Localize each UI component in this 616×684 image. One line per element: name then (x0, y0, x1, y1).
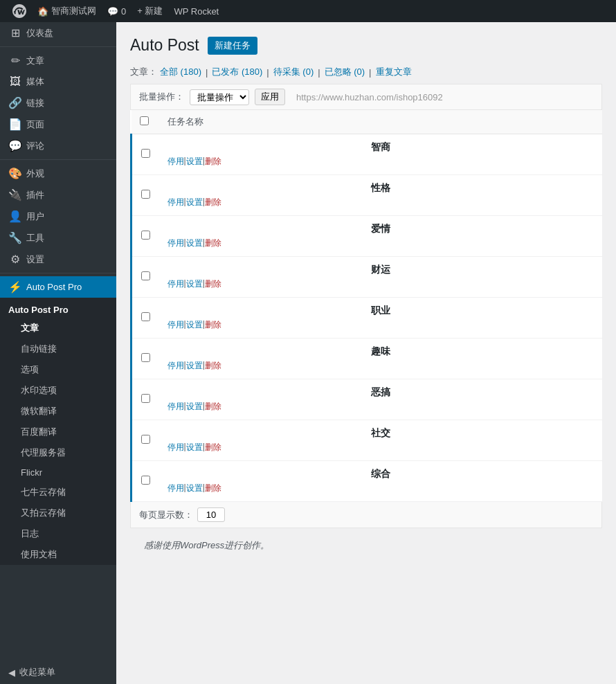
table-row: 恶搞 停用 | 设置 | 删除 (132, 379, 603, 420)
table-row: 职业 停用 | 设置 | 删除 (132, 298, 603, 339)
sidebar-submenu-item-baidutranslate[interactable]: 百度翻译 (0, 422, 116, 442)
sidebar-submenu-item-qiniu[interactable]: 七牛云存储 (0, 482, 116, 503)
sidebar-submenu-item-autolink[interactable]: 自动链接 (0, 339, 116, 359)
sidebar-submenu-item-mstranslate[interactable]: 微软翻译 (0, 401, 116, 422)
row-checkbox-3[interactable] (141, 271, 150, 280)
row-checkbox-2[interactable] (141, 231, 150, 240)
row-checkbox-8[interactable] (141, 476, 150, 485)
sidebar-item-posts[interactable]: ✏ 文章 (0, 50, 116, 71)
row-actions-4: 停用 | 设置 | 删除 (167, 319, 595, 331)
new-task-button[interactable]: 新建任务 (208, 37, 257, 55)
url-hint: https://www.huzhan.com/ishop16092 (296, 92, 443, 102)
sidebar-divider-1 (0, 46, 116, 47)
row-delete-5[interactable]: 删除 (205, 360, 221, 372)
sidebar-submenu-item-options[interactable]: 选项 (0, 359, 116, 380)
site-name-item[interactable]: 🏠 智商测试网 (32, 0, 102, 22)
submenu-autolink-label: 自动链接 (21, 343, 57, 355)
sidebar-item-dashboard[interactable]: ⊞ 仪表盘 (0, 22, 116, 44)
row-actions-7: 停用 | 设置 | 删除 (167, 442, 595, 453)
sidebar-submenu-item-watermark[interactable]: 水印选项 (0, 380, 116, 401)
collapse-menu-btn[interactable]: ◀ 收起菜单 (0, 660, 116, 684)
row-settings-0[interactable]: 设置 (186, 156, 203, 168)
row-stop-6[interactable]: 停用 (167, 401, 184, 413)
sidebar-item-settings[interactable]: ⚙ 设置 (0, 249, 116, 270)
sidebar-submenu-item-flickr[interactable]: Flickr (0, 463, 116, 482)
row-stop-1[interactable]: 停用 (167, 197, 184, 208)
pagination-input[interactable] (197, 507, 225, 522)
filter-ignored[interactable]: 已忽略 (0) (325, 66, 365, 78)
wp-rocket-item[interactable]: WP Rocket (168, 0, 224, 22)
row-checkbox-0[interactable] (141, 149, 150, 158)
select-all-checkbox[interactable] (140, 116, 149, 125)
row-task-name-3: 财运 (167, 264, 595, 276)
table-row: 性格 停用 | 设置 | 删除 (132, 175, 603, 216)
row-checkbox-7[interactable] (141, 435, 150, 444)
site-name: 智商测试网 (51, 5, 96, 17)
dashboard-icon: ⊞ (8, 26, 22, 39)
row-checkbox-6[interactable] (141, 394, 150, 403)
row-delete-7[interactable]: 删除 (205, 442, 221, 453)
row-settings-3[interactable]: 设置 (186, 278, 203, 290)
row-delete-0[interactable]: 删除 (205, 156, 221, 168)
wp-logo-item[interactable] (7, 0, 32, 22)
filter-sep-2: | (265, 67, 270, 78)
row-settings-7[interactable]: 设置 (186, 442, 203, 453)
sidebar-item-tools[interactable]: 🔧 工具 (0, 227, 116, 249)
filter-duplicate[interactable]: 重复文章 (376, 66, 412, 78)
header-name-label: 任务名称 (167, 116, 203, 127)
row-checkbox-5[interactable] (141, 353, 150, 362)
row-settings-4[interactable]: 设置 (186, 319, 203, 331)
filter-published[interactable]: 已发布 (180) (212, 66, 262, 78)
task-table: 任务名称 智商 停用 | 设置 | 删除 性格 (130, 110, 602, 502)
sidebar-item-links[interactable]: 🔗 链接 (0, 92, 116, 114)
row-delete-1[interactable]: 删除 (205, 197, 221, 208)
new-item[interactable]: + 新建 (132, 0, 168, 22)
row-checkbox-4[interactable] (141, 312, 150, 321)
sidebar-submenu-item-docs[interactable]: 使用文档 (0, 544, 116, 565)
sidebar-item-media[interactable]: 🖼 媒体 (0, 71, 116, 92)
sidebar-item-autopost[interactable]: ⚡ Auto Post Pro (0, 276, 116, 298)
row-delete-2[interactable]: 删除 (205, 237, 221, 249)
row-checkbox-cell-4 (132, 298, 159, 339)
home-icon: 🏠 (37, 6, 48, 17)
row-settings-6[interactable]: 设置 (186, 401, 203, 413)
filter-sep-4: | (368, 67, 372, 78)
row-stop-4[interactable]: 停用 (167, 319, 184, 331)
sidebar-label-plugins: 插件 (26, 189, 44, 201)
sidebar-submenu-item-posts[interactable]: 文章 (0, 318, 116, 339)
row-stop-8[interactable]: 停用 (167, 483, 184, 494)
row-settings-2[interactable]: 设置 (186, 237, 203, 249)
row-stop-2[interactable]: 停用 (167, 237, 184, 249)
filter-pending[interactable]: 待采集 (0) (273, 66, 314, 78)
sidebar-item-plugins[interactable]: 🔌 插件 (0, 184, 116, 206)
row-name-cell-3: 财运 停用 | 设置 | 删除 (159, 257, 603, 298)
sidebar-item-appearance[interactable]: 🎨 外观 (0, 163, 116, 184)
filter-all[interactable]: 全部 (180) (160, 66, 201, 78)
row-stop-3[interactable]: 停用 (167, 278, 184, 290)
sidebar-item-users[interactable]: 👤 用户 (0, 206, 116, 227)
row-settings-5[interactable]: 设置 (186, 360, 203, 372)
row-delete-6[interactable]: 删除 (205, 401, 221, 413)
sidebar-item-pages[interactable]: 📄 页面 (0, 114, 116, 135)
pagination-label: 每页显示数： (139, 509, 193, 521)
row-stop-0[interactable]: 停用 (167, 156, 184, 168)
plugins-icon: 🔌 (8, 188, 22, 201)
bulk-apply-button[interactable]: 应用 (255, 89, 285, 105)
row-delete-4[interactable]: 删除 (205, 319, 221, 331)
row-delete-8[interactable]: 删除 (205, 483, 221, 494)
row-task-name-0: 智商 (167, 141, 595, 154)
row-checkbox-1[interactable] (141, 190, 150, 199)
comments-item[interactable]: 💬 0 (102, 0, 132, 22)
sidebar-label-appearance: 外观 (26, 168, 44, 180)
row-stop-5[interactable]: 停用 (167, 360, 184, 372)
row-settings-1[interactable]: 设置 (186, 197, 203, 208)
row-delete-3[interactable]: 删除 (205, 278, 221, 290)
sidebar-submenu-item-upyun[interactable]: 又拍云存储 (0, 503, 116, 523)
sidebar-item-comments[interactable]: 💬 评论 (0, 135, 116, 156)
row-settings-8[interactable]: 设置 (186, 483, 203, 494)
sidebar-submenu-item-log[interactable]: 日志 (0, 523, 116, 544)
row-stop-7[interactable]: 停用 (167, 442, 184, 453)
row-task-name-4: 职业 (167, 305, 595, 317)
sidebar-submenu-item-proxy[interactable]: 代理服务器 (0, 442, 116, 463)
bulk-action-select[interactable]: 批量操作 删除 停用 (190, 89, 249, 105)
